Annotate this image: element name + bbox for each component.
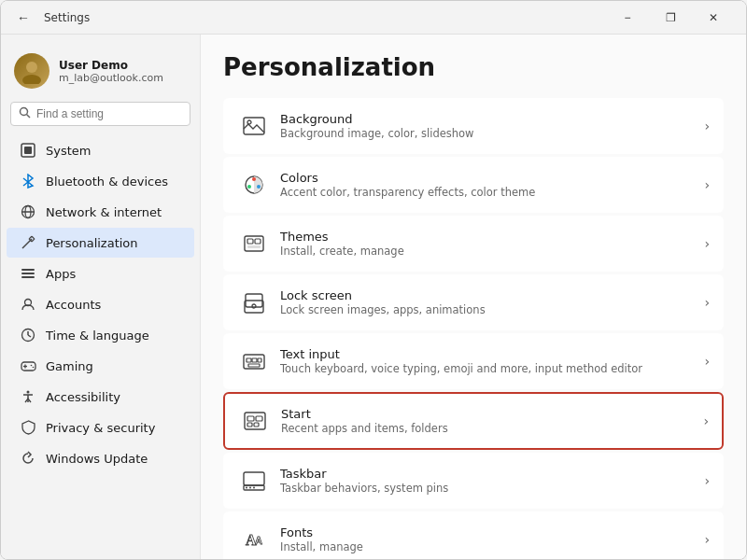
sidebar-item-accounts[interactable]: Accounts — [7, 289, 194, 319]
svg-rect-33 — [247, 245, 261, 248]
sidebar-item-windows-update[interactable]: Windows Update — [7, 443, 194, 473]
user-section[interactable]: User Demo m_lab@outlook.com — [1, 44, 200, 102]
sidebar-item-gaming[interactable]: Gaming — [7, 351, 194, 381]
personalization-icon — [20, 234, 36, 251]
colors-desc: Accent color, transparency effects, colo… — [280, 186, 704, 199]
fonts-text: Fonts Install, manage — [280, 525, 704, 553]
system-icon — [20, 142, 36, 159]
avatar — [14, 53, 49, 89]
svg-rect-12 — [21, 273, 35, 274]
taskbar-text: Taskbar Taskbar behaviors, system pins — [280, 467, 704, 495]
settings-item-themes[interactable]: Themes Install, create, manage › — [223, 216, 724, 272]
sidebar-item-time[interactable]: Time & language — [7, 320, 194, 350]
settings-item-fonts[interactable]: A A Fonts Install, manage › — [223, 511, 724, 559]
lock-screen-icon — [237, 286, 271, 319]
start-desc: Recent apps and items, folders — [281, 422, 703, 435]
sidebar: User Demo m_lab@outlook.com — [1, 35, 201, 559]
nav-list: System Bluetooth & devices — [1, 135, 200, 473]
titlebar: ← Settings − ❐ ✕ — [1, 1, 746, 35]
settings-item-taskbar[interactable]: Taskbar Taskbar behaviors, system pins › — [223, 453, 724, 509]
svg-rect-41 — [248, 364, 260, 367]
chevron-icon: › — [704, 532, 710, 547]
search-icon — [19, 106, 31, 121]
sidebar-item-label: Apps — [46, 267, 76, 281]
sidebar-item-personalization[interactable]: Personalization — [7, 228, 194, 258]
svg-point-21 — [30, 365, 32, 367]
privacy-icon — [20, 419, 36, 436]
themes-icon — [237, 227, 271, 260]
colors-title: Colors — [280, 171, 704, 185]
sidebar-item-label: System — [46, 144, 91, 158]
svg-point-51 — [253, 487, 255, 489]
user-info: User Demo m_lab@outlook.com — [59, 59, 187, 84]
sidebar-item-label: Personalization — [46, 236, 138, 250]
taskbar-desc: Taskbar behaviors, system pins — [280, 482, 704, 495]
svg-point-36 — [252, 304, 256, 308]
windows-update-icon — [20, 450, 36, 467]
themes-text: Themes Install, create, manage — [280, 230, 704, 258]
settings-item-text-input[interactable]: Text input Touch keyboard, voice typing,… — [223, 333, 724, 389]
sidebar-item-accessibility[interactable]: Accessibility — [7, 382, 194, 412]
start-icon — [238, 404, 272, 438]
svg-rect-5 — [24, 147, 32, 154]
close-button[interactable]: ✕ — [692, 1, 735, 35]
svg-rect-11 — [21, 269, 35, 271]
text-input-icon — [237, 344, 271, 378]
svg-rect-44 — [256, 416, 262, 421]
start-text: Start Recent apps and items, folders — [281, 407, 703, 435]
svg-line-17 — [28, 335, 31, 337]
background-icon — [237, 109, 271, 143]
back-button[interactable]: ← — [12, 7, 35, 29]
fonts-title: Fonts — [280, 525, 704, 539]
sidebar-item-system[interactable]: System — [7, 135, 194, 165]
svg-rect-46 — [254, 423, 259, 427]
svg-rect-39 — [252, 358, 257, 362]
maximize-button[interactable]: ❐ — [649, 1, 692, 35]
accessibility-icon — [20, 388, 36, 405]
svg-point-0 — [26, 62, 37, 73]
search-box[interactable] — [10, 102, 190, 126]
start-title: Start — [281, 407, 703, 421]
titlebar-title: Settings — [44, 11, 90, 24]
svg-rect-38 — [247, 358, 251, 362]
sidebar-item-privacy[interactable]: Privacy & security — [7, 413, 194, 442]
sidebar-item-label: Bluetooth & devices — [46, 175, 168, 189]
background-desc: Background image, color, slideshow — [280, 127, 704, 140]
sidebar-item-bluetooth[interactable]: Bluetooth & devices — [7, 166, 194, 196]
chevron-icon: › — [704, 177, 710, 192]
chevron-icon: › — [704, 473, 710, 488]
settings-list: Background Background image, color, slid… — [223, 98, 724, 559]
page-title: Personalization — [223, 53, 724, 81]
settings-item-lock-screen[interactable]: Lock screen Lock screen images, apps, an… — [223, 274, 724, 330]
sidebar-item-label: Gaming — [46, 359, 93, 373]
search-input[interactable] — [36, 107, 182, 120]
settings-window: ← Settings − ❐ ✕ User Demo m_lab@ou — [0, 0, 747, 560]
svg-rect-13 — [21, 276, 35, 278]
user-name: User Demo — [59, 59, 187, 72]
apps-icon — [20, 265, 36, 282]
taskbar-icon — [237, 464, 271, 497]
sidebar-item-apps[interactable]: Apps — [7, 259, 194, 288]
bluetooth-icon — [20, 173, 36, 189]
background-title: Background — [280, 112, 704, 126]
accounts-icon — [20, 296, 36, 313]
svg-point-50 — [249, 487, 251, 489]
chevron-icon: › — [704, 119, 710, 133]
svg-point-22 — [32, 367, 34, 369]
chevron-icon: › — [703, 413, 709, 428]
titlebar-left: ← Settings — [12, 7, 606, 29]
network-icon — [20, 203, 36, 220]
lock-screen-title: Lock screen — [280, 288, 704, 302]
settings-item-background[interactable]: Background Background image, color, slid… — [223, 98, 724, 154]
sidebar-item-network[interactable]: Network & internet — [7, 197, 194, 227]
colors-text: Colors Accent color, transparency effect… — [280, 171, 704, 199]
fonts-desc: Install, manage — [280, 540, 704, 553]
svg-rect-32 — [255, 239, 261, 244]
settings-item-colors[interactable]: Colors Accent color, transparency effect… — [223, 157, 724, 213]
svg-rect-43 — [247, 416, 254, 421]
themes-desc: Install, create, manage — [280, 245, 704, 258]
svg-point-27 — [252, 177, 256, 181]
chevron-icon: › — [704, 295, 710, 310]
settings-item-start[interactable]: Start Recent apps and items, folders › — [223, 392, 724, 450]
minimize-button[interactable]: − — [606, 1, 649, 35]
